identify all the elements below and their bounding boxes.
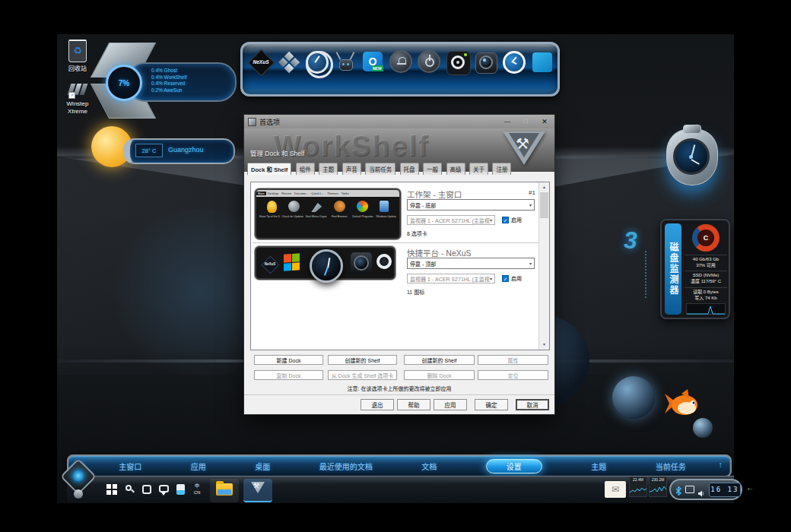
shelf-tab-recent-docs[interactable]: 最近使用的文档 xyxy=(319,461,373,472)
entry2-position-select[interactable]: 停靠 - 顶部▾ xyxy=(407,258,535,269)
disk-monitor-widget[interactable]: 磁盘监测器 C 40 Gb/63 Gb37% 可用 SSD (NVMe)温度 1… xyxy=(660,219,730,319)
scrollbar[interactable]: ▲ ▼ xyxy=(538,182,549,350)
preview-rocket-icon xyxy=(311,203,322,212)
entry1-monitor-select[interactable]: 监视器 1 - ACER S271HL (主监视器▾ xyxy=(407,215,495,225)
shelf-up-arrow-icon[interactable]: ↑ xyxy=(719,460,723,469)
speaker-tray-icon[interactable] xyxy=(698,486,704,493)
enabled-checkbox[interactable]: ✓ xyxy=(502,275,509,282)
tab-current-tasks[interactable]: 当前任务 xyxy=(365,163,396,175)
speaker-icon[interactable] xyxy=(446,50,470,74)
monitor-icon[interactable] xyxy=(685,486,694,493)
scroll-up-button[interactable]: ▲ xyxy=(539,182,549,192)
cpu-process-line: 0.4% WorkShelf xyxy=(151,74,186,81)
tab-dock-and-shelf[interactable]: Dock 和 Shelf xyxy=(247,163,291,175)
cpu-meter-widget[interactable]: 7% 0.4% Ghost 0.4% WorkShelf 0.4% Reserv… xyxy=(87,40,236,119)
preview-globe-icon xyxy=(288,201,300,212)
new-dock-button[interactable]: 新建 Dock xyxy=(254,355,323,365)
language-indicator[interactable]: 中CN xyxy=(191,483,203,496)
camera-lens-icon[interactable] xyxy=(474,50,498,74)
tab-sounds[interactable]: 声音 xyxy=(342,163,361,175)
nexus-preview[interactable]: NeXuS xyxy=(255,246,396,280)
weather-widget[interactable]: 28° C Guangzhou xyxy=(90,120,230,173)
shelf-preview[interactable]: Main Desktop Recent Docume... Quick L...… xyxy=(255,188,401,239)
widgets-icon[interactable] xyxy=(176,484,185,495)
chat-icon[interactable] xyxy=(159,485,169,492)
shelf-tab-desktop[interactable]: 桌面 xyxy=(255,461,270,472)
blue-tile-icon[interactable] xyxy=(530,50,554,74)
minimize-button[interactable]: — xyxy=(498,115,516,128)
preview-bulb-icon xyxy=(267,201,277,213)
bluetooth-icon[interactable] xyxy=(675,485,681,494)
power-button-icon[interactable] xyxy=(418,50,442,74)
shield-clock-widget[interactable] xyxy=(665,123,720,187)
copy-dock-button[interactable]: 复制 Dock xyxy=(254,370,323,380)
dialog-titlebar[interactable]: 首选项 — □ ✕ xyxy=(244,115,554,128)
shelf-tab-main-window[interactable]: 主窗口 xyxy=(119,461,141,472)
create-shelf-button-2[interactable]: 创建新的 Shelf xyxy=(404,355,475,365)
maximize-button[interactable]: □ xyxy=(516,115,535,128)
folder-icon xyxy=(216,483,233,496)
tab-themes[interactable]: 主题 xyxy=(319,163,338,175)
cancel-button[interactable]: 取消 xyxy=(516,399,549,410)
shelf-tab-documents[interactable]: 文档 xyxy=(421,461,437,472)
preview-camera xyxy=(351,252,372,274)
entry1-position-select[interactable]: 停靠 - 底部▾ xyxy=(407,199,535,211)
tab-general[interactable]: 一般 xyxy=(423,163,442,175)
chevron-down-icon: ▾ xyxy=(490,217,492,223)
create-shelf-button[interactable]: 创建新的 Shelf xyxy=(328,355,397,365)
locate-button[interactable]: 定位 xyxy=(478,370,548,380)
enabled-checkbox[interactable]: ✓ xyxy=(502,217,509,223)
tiles-icon[interactable] xyxy=(277,50,301,74)
outlook-icon[interactable]: O NEW xyxy=(361,50,386,74)
apply-note: 注意: 在该选项卡上所做的更改将被立即应用 xyxy=(244,385,554,392)
shelf-tab-settings[interactable]: 设置 xyxy=(486,459,542,473)
entry1-enabled[interactable]: ✓ 启用 xyxy=(502,216,522,223)
shelf-tab-apps[interactable]: 应用 xyxy=(191,461,206,472)
delete-dock-button[interactable]: 删除 Dock xyxy=(404,370,475,380)
start-button[interactable] xyxy=(106,484,117,495)
network-graph-1[interactable]: 22.4M xyxy=(629,477,647,497)
tab-about[interactable]: 关于 xyxy=(469,163,488,175)
tab-register[interactable]: 注册 xyxy=(492,163,511,175)
tray-collapse-arrow[interactable]: ← xyxy=(746,483,754,492)
goldfish-widget[interactable] xyxy=(662,388,701,423)
preferences-dialog: 首选项 — □ ✕ WorkShelf 管理 Dock 和 Shelf ⚒ Do… xyxy=(243,114,555,415)
tab-components[interactable]: 组件 xyxy=(296,163,315,175)
apply-button[interactable]: 应用 xyxy=(434,399,467,410)
drive-usage-donut: C xyxy=(692,224,720,252)
file-explorer-button[interactable] xyxy=(210,479,239,502)
network-graph-2[interactable]: 230.2M xyxy=(649,477,667,497)
scroll-down-button[interactable]: ▼ xyxy=(539,340,549,350)
banner-watermark: WorkShelf xyxy=(273,130,429,163)
exit-button[interactable]: 退出 xyxy=(361,399,394,410)
ok-button[interactable]: 确定 xyxy=(475,399,508,410)
tab-advanced[interactable]: 高级 xyxy=(446,163,465,175)
shelf-tab-current-tasks[interactable]: 当前任务 xyxy=(656,461,686,472)
scroll-thumb[interactable] xyxy=(540,192,548,218)
dock-list-panel: ▲ ▼ Main Desktop Recent Docume... Quick … xyxy=(250,182,550,350)
gauge-clock-icon[interactable] xyxy=(502,50,526,74)
entry1-badge: #1 xyxy=(519,189,535,196)
properties-button[interactable]: 属性 xyxy=(478,355,548,365)
tab-tray[interactable]: 托盘 xyxy=(400,163,419,175)
shelf-from-dock-button[interactable]: 从 Dock 生成 Shelf 选项卡 xyxy=(328,370,397,380)
envelope-tray-icon[interactable]: ✉ xyxy=(605,481,626,498)
disk-widget-title: 磁盘监测器 xyxy=(665,223,681,315)
entry2-monitor-select[interactable]: 监视器 1 - ACER S271HL (主监视器▾ xyxy=(407,274,495,283)
winstep-taskbar-emblem[interactable] xyxy=(59,456,97,502)
robot-icon[interactable] xyxy=(333,50,357,74)
close-button[interactable]: ✕ xyxy=(535,115,554,128)
bell-button-icon[interactable] xyxy=(389,50,414,74)
shield-gauge-icon[interactable] xyxy=(305,50,329,74)
cpu-gauge: 7% xyxy=(106,65,142,101)
enabled-label: 启用 xyxy=(511,216,522,223)
help-button[interactable]: 帮助 xyxy=(397,399,430,410)
preview-gears-icon xyxy=(334,201,345,212)
nexus-logo-icon[interactable]: NeXuS xyxy=(249,50,273,74)
task-view-icon[interactable] xyxy=(142,485,151,494)
shelf-tab-themes[interactable]: 主题 xyxy=(591,461,606,472)
winstep-app-button[interactable]: ⚒ xyxy=(243,479,272,502)
tray-clock[interactable]: 16 13 xyxy=(709,483,741,497)
entry2-enabled[interactable]: ✓ 启用 xyxy=(502,274,522,282)
search-icon[interactable] xyxy=(125,484,135,495)
